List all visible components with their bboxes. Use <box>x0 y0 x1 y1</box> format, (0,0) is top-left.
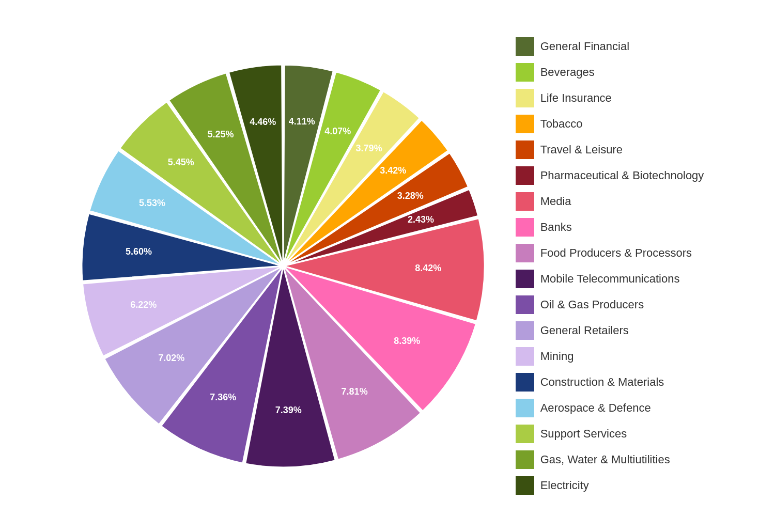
legend-label-text: Pharmaceutical & Biotechnology <box>540 169 704 182</box>
legend-label-text: Media <box>540 195 571 208</box>
slice-label: 4.07% <box>324 126 351 136</box>
legend-label-text: Oil & Gas Producers <box>540 298 644 311</box>
main-container: 4.11%4.07%3.79%3.42%3.28%2.43%8.42%8.39%… <box>0 0 775 532</box>
slice-label: 3.28% <box>397 191 423 201</box>
legend-item: Mobile Telecommunications <box>516 270 704 288</box>
legend-color-swatch <box>516 89 534 107</box>
legend-item: Media <box>516 192 704 211</box>
slice-label: 3.42% <box>380 165 406 176</box>
slice-label: 3.79% <box>355 143 382 153</box>
legend-label-text: Food Producers & Processors <box>540 246 692 260</box>
legend-color-swatch <box>516 63 534 82</box>
slice-label: 7.39% <box>275 405 301 415</box>
legend-color-swatch <box>516 399 534 417</box>
legend-label-text: Beverages <box>540 66 595 79</box>
pie-chart-area: 4.11%4.07%3.79%3.42%3.28%2.43%8.42%8.39%… <box>71 54 495 478</box>
legend-label-text: Gas, Water & Multiutilities <box>540 453 670 466</box>
slice-label: 5.60% <box>126 246 152 257</box>
slice-label: 4.46% <box>250 117 276 127</box>
legend-color-swatch <box>516 37 534 56</box>
chart-legend: General FinancialBeveragesLife Insurance… <box>516 37 704 495</box>
legend-label-text: General Retailers <box>540 324 629 337</box>
legend-item: Support Services <box>516 425 704 443</box>
legend-item: Life Insurance <box>516 89 704 107</box>
legend-item: Food Producers & Processors <box>516 244 704 262</box>
legend-item: Mining <box>516 347 704 366</box>
legend-label-text: Electricity <box>540 479 589 492</box>
legend-color-swatch <box>516 295 534 314</box>
legend-item: Aerospace & Defence <box>516 399 704 417</box>
legend-label-text: Tobacco <box>540 117 583 131</box>
legend-item: Electricity <box>516 476 704 495</box>
legend-label-text: Construction & Materials <box>540 375 664 389</box>
legend-label-text: Aerospace & Defence <box>540 401 651 415</box>
legend-item: Beverages <box>516 63 704 82</box>
legend-color-swatch <box>516 244 534 262</box>
legend-color-swatch <box>516 347 534 366</box>
legend-label-text: General Financial <box>540 40 629 53</box>
legend-item: Oil & Gas Producers <box>516 295 704 314</box>
pie-chart-svg: 4.11%4.07%3.79%3.42%3.28%2.43%8.42%8.39%… <box>71 54 495 478</box>
legend-color-swatch <box>516 373 534 392</box>
slice-label: 8.39% <box>394 336 420 346</box>
legend-item: Tobacco <box>516 115 704 133</box>
legend-label-text: Life Insurance <box>540 91 612 105</box>
legend-color-swatch <box>516 270 534 288</box>
legend-color-swatch <box>516 425 534 443</box>
slice-label: 7.36% <box>210 392 236 402</box>
legend-label-text: Mobile Telecommunications <box>540 272 680 286</box>
slice-label: 4.11% <box>288 116 315 127</box>
slice-label: 5.45% <box>167 157 194 167</box>
slice-label: 8.42% <box>415 263 441 273</box>
legend-label-text: Banks <box>540 221 572 234</box>
legend-item: Pharmaceutical & Biotechnology <box>516 166 704 185</box>
legend-label-text: Mining <box>540 350 574 363</box>
legend-color-swatch <box>516 140 534 159</box>
legend-item: Gas, Water & Multiutilities <box>516 450 704 469</box>
slice-label: 2.43% <box>408 214 434 225</box>
slice-label: 7.02% <box>158 353 184 363</box>
legend-item: Travel & Leisure <box>516 140 704 159</box>
legend-color-swatch <box>516 321 534 340</box>
legend-color-swatch <box>516 115 534 133</box>
slice-label: 5.25% <box>207 129 234 139</box>
legend-color-swatch <box>516 476 534 495</box>
legend-item: Construction & Materials <box>516 373 704 392</box>
legend-label-text: Travel & Leisure <box>540 143 623 157</box>
slice-label: 6.22% <box>130 300 157 310</box>
legend-label-text: Support Services <box>540 427 627 441</box>
legend-item: General Retailers <box>516 321 704 340</box>
legend-color-swatch <box>516 192 534 211</box>
legend-color-swatch <box>516 166 534 185</box>
legend-color-swatch <box>516 450 534 469</box>
legend-color-swatch <box>516 218 534 237</box>
slice-label: 7.81% <box>341 386 367 397</box>
slice-label: 5.53% <box>139 198 165 208</box>
legend-item: Banks <box>516 218 704 237</box>
legend-item: General Financial <box>516 37 704 56</box>
